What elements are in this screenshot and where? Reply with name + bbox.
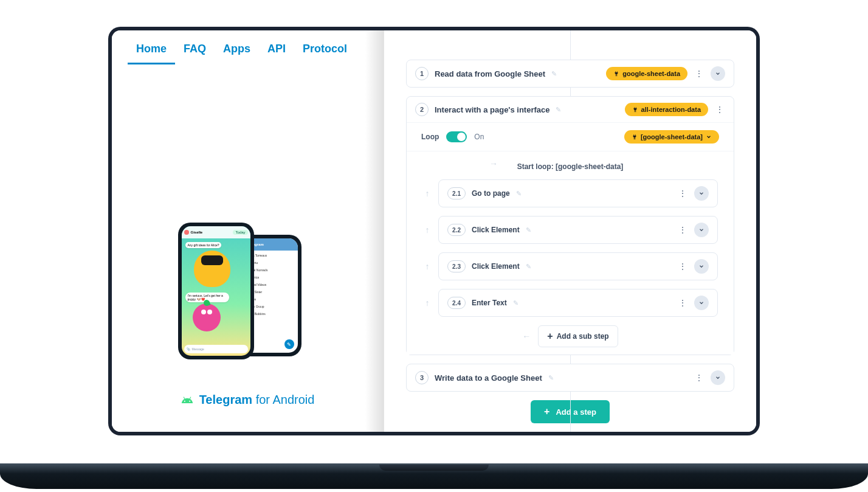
- edit-icon[interactable]: ✎: [548, 374, 554, 382]
- link-suffix: for Android: [252, 393, 314, 406]
- move-up-icon[interactable]: ↑: [422, 262, 432, 271]
- tab-apps[interactable]: Apps: [215, 39, 259, 64]
- sub-step-2-3: ↑ 2.3 Click Element ✎ ⋮: [422, 252, 718, 280]
- pencil-icon: ✎: [287, 342, 291, 347]
- loop-body: → Start loop: [google-sheet-data] ↑ 2.1 …: [407, 151, 734, 355]
- step-title: Write data to a Google Sheet: [435, 373, 542, 383]
- sub-step-number: 2.1: [447, 187, 466, 199]
- edit-icon[interactable]: ✎: [556, 106, 561, 114]
- avatar-icon: [184, 230, 189, 235]
- sub-step-2-4: ↑ 2.4 Enter Text ✎ ⋮: [422, 289, 718, 317]
- more-icon[interactable]: ⋮: [677, 296, 688, 310]
- data-pill-label: google-sheet-data: [622, 70, 680, 77]
- loop-state: On: [474, 133, 484, 141]
- placeholder-text: Message: [192, 347, 204, 351]
- link-brand: Telegram: [199, 393, 252, 406]
- plug-icon: [632, 106, 638, 113]
- tab-api[interactable]: API: [259, 39, 294, 64]
- chevron-down-icon: [715, 375, 721, 381]
- more-icon[interactable]: ⋮: [677, 260, 688, 273]
- sub-step-title: Enter Text: [472, 299, 507, 307]
- more-icon[interactable]: ⋮: [677, 187, 688, 200]
- data-pill[interactable]: google-sheet-data: [606, 67, 687, 80]
- step-number: 2: [415, 103, 429, 116]
- edit-icon[interactable]: ✎: [526, 263, 531, 271]
- arrow-right-icon: →: [489, 159, 498, 168]
- tab-protocol[interactable]: Protocol: [294, 39, 356, 64]
- more-icon[interactable]: ⋮: [694, 67, 704, 80]
- collapse-button[interactable]: [694, 259, 709, 274]
- telegram-hero: Giselle Today Any gift ideas for Alice? …: [112, 64, 384, 407]
- compose-button[interactable]: ✎: [284, 339, 294, 349]
- step-title: Read data from Google Sheet: [435, 69, 545, 78]
- plus-icon: +: [547, 331, 553, 342]
- laptop-base: [0, 463, 868, 489]
- plus-icon: +: [544, 406, 549, 417]
- tab-faq[interactable]: FAQ: [175, 39, 215, 64]
- sticker-berry: [193, 303, 221, 331]
- plug-icon: [632, 134, 638, 140]
- move-up-icon[interactable]: ↑: [422, 225, 432, 235]
- move-up-icon[interactable]: ↑: [422, 298, 432, 308]
- arrow-left-icon: ←: [522, 331, 531, 341]
- sub-step-2-2: ↑ 2.2 Click Element ✎ ⋮: [422, 216, 718, 244]
- more-icon[interactable]: ⋮: [714, 103, 725, 116]
- telegram-android-link[interactable]: Telegram for Android: [181, 393, 315, 407]
- collapse-button[interactable]: [711, 370, 725, 385]
- edit-icon[interactable]: ✎: [551, 70, 557, 78]
- chevron-down-icon: [698, 263, 704, 269]
- edit-icon[interactable]: ✎: [513, 299, 518, 307]
- chevron-down-icon: [698, 227, 704, 233]
- telegram-tabs: Home FAQ Apps API Protocol: [112, 30, 384, 64]
- step-2: 2 Interact with a page's interface ✎ all…: [406, 96, 734, 355]
- edit-icon[interactable]: ✎: [516, 190, 522, 198]
- sticker-duck: [194, 251, 230, 287]
- edit-icon[interactable]: ✎: [526, 226, 531, 234]
- sub-step-number: 2.3: [447, 260, 466, 272]
- loop-toggle[interactable]: [446, 131, 467, 142]
- tab-home[interactable]: Home: [128, 39, 175, 64]
- step-number: 3: [415, 371, 429, 384]
- move-up-icon[interactable]: ↑: [422, 189, 432, 198]
- step-1: 1 Read data from Google Sheet ✎ google-s…: [406, 60, 734, 88]
- collapse-button[interactable]: [694, 223, 709, 237]
- attach-icon[interactable]: 📎: [187, 347, 190, 351]
- chevron-down-icon: [698, 190, 704, 196]
- more-icon[interactable]: ⋮: [694, 371, 704, 384]
- sub-step-2-1: ↑ 2.1 Go to page ✎ ⋮: [422, 179, 718, 207]
- phone-mockups: Giselle Today Any gift ideas for Alice? …: [178, 223, 318, 381]
- telegram-site-pane: Home FAQ Apps API Protocol Giselle: [112, 30, 384, 432]
- add-step-label: Add a step: [556, 407, 596, 417]
- data-pill[interactable]: all-interaction-data: [625, 103, 708, 116]
- android-icon: [181, 394, 193, 406]
- date-pill: Today: [233, 230, 247, 235]
- collapse-button[interactable]: [694, 296, 709, 310]
- more-icon[interactable]: ⋮: [677, 223, 688, 237]
- phone-chat: Giselle Today Any gift ideas for Alice? …: [178, 223, 254, 359]
- chevron-down-icon: [715, 71, 721, 77]
- sub-step-number: 2.4: [447, 297, 466, 309]
- loop-label: Loop: [421, 133, 439, 141]
- add-sub-step-label: Add a sub step: [557, 332, 609, 341]
- sub-step-title: Click Element: [472, 262, 520, 271]
- step-3: 3 Write data to a Google Sheet ✎ ⋮: [406, 364, 734, 392]
- plug-icon: [613, 71, 619, 77]
- screen: Home FAQ Apps API Protocol Giselle: [112, 30, 756, 432]
- add-sub-step-button[interactable]: + Add a sub step: [538, 325, 618, 347]
- laptop-mockup: Home FAQ Apps API Protocol Giselle: [0, 0, 868, 492]
- collapse-button[interactable]: [694, 186, 709, 201]
- loop-source-pill[interactable]: [google-sheet-data]: [624, 130, 719, 144]
- laptop-frame: Home FAQ Apps API Protocol Giselle: [108, 27, 760, 435]
- collapse-button[interactable]: [711, 66, 725, 81]
- chevron-down-icon: [698, 300, 704, 306]
- add-sub-step-row: ← + Add a sub step: [422, 325, 718, 347]
- sub-step-number: 2.2: [447, 224, 466, 236]
- loop-source-label: [google-sheet-data]: [641, 133, 703, 140]
- step-number: 1: [415, 67, 429, 80]
- workflow-builder-pane: 1 Read data from Google Sheet ✎ google-s…: [384, 30, 756, 432]
- message-bubble: Any gift ideas for Alice?: [185, 242, 222, 248]
- sub-step-title: Go to page: [472, 189, 510, 198]
- chevron-down-icon: [706, 134, 712, 140]
- message-input[interactable]: 📎 Message: [184, 345, 248, 353]
- sub-step-title: Click Element: [472, 226, 520, 234]
